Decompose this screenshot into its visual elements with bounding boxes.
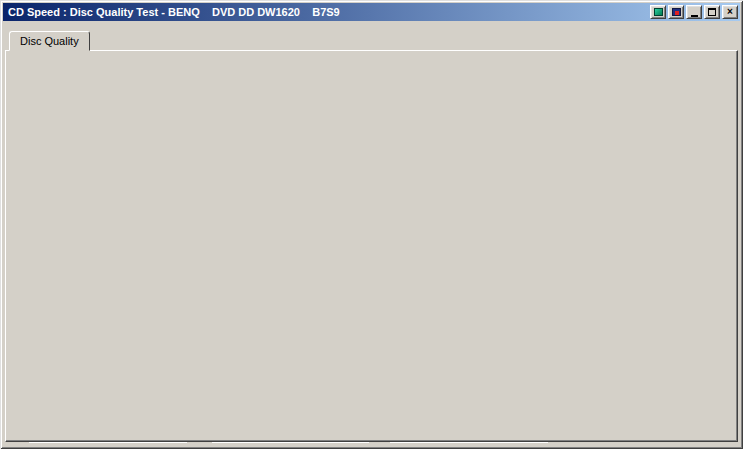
close-button[interactable]: ×	[722, 5, 738, 19]
app-toolbar-icon-1[interactable]	[650, 5, 666, 19]
disc-copy-icon	[654, 8, 663, 16]
minimize-icon	[691, 10, 698, 17]
maximize-icon	[708, 8, 716, 16]
maximize-button[interactable]	[704, 5, 720, 19]
app-toolbar-icon-2[interactable]	[668, 5, 684, 19]
disc-quality-panel	[5, 50, 738, 442]
minimize-button[interactable]	[686, 5, 702, 19]
tab-label: Disc Quality	[20, 35, 79, 47]
graph-icon	[672, 8, 681, 16]
tab-disc-quality[interactable]: Disc Quality	[9, 31, 90, 51]
close-icon: ×	[727, 7, 733, 17]
app-window: CD Speed : Disc Quality Test - BENQ DVD …	[0, 0, 743, 449]
titlebar-buttons: ×	[650, 5, 738, 19]
window-title: CD Speed : Disc Quality Test - BENQ DVD …	[8, 6, 340, 18]
title-bar[interactable]: CD Speed : Disc Quality Test - BENQ DVD …	[3, 3, 740, 21]
